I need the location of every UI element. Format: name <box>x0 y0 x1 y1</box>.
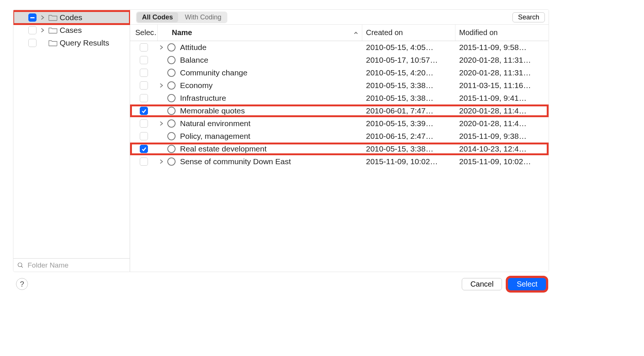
table-row[interactable]: Community change2010-05-15, 4:20…2020-01… <box>130 66 549 79</box>
help-button[interactable]: ? <box>16 278 28 290</box>
row-created: 2015-11-09, 10:02… <box>362 157 455 166</box>
row-modified: 2014-10-23, 12:4… <box>455 144 549 153</box>
col-name[interactable]: Name <box>158 25 362 41</box>
chevron-right-icon[interactable] <box>158 83 165 88</box>
row-checkbox[interactable] <box>140 119 148 128</box>
row-checkbox[interactable] <box>140 69 148 77</box>
row-created: 2010-06-15, 2:47… <box>362 132 455 141</box>
row-created: 2010-05-15, 3:38… <box>362 144 455 153</box>
table-body: Attitude2010-05-15, 4:05…2015-11-09, 9:5… <box>130 41 549 272</box>
row-created: 2010-05-15, 3:38… <box>362 81 455 90</box>
row-name: Natural environment <box>180 119 250 128</box>
row-name: Policy, management <box>180 132 250 141</box>
row-checkbox[interactable] <box>140 157 148 166</box>
sidebar-checkbox[interactable] <box>28 13 37 22</box>
row-checkbox[interactable] <box>140 94 148 102</box>
chevron-right-icon[interactable] <box>158 45 165 50</box>
row-modified: 2015-11-09, 9:58… <box>455 43 549 52</box>
chevron-right-icon[interactable] <box>158 159 165 164</box>
seg-with-coding[interactable]: With Coding <box>180 12 227 22</box>
node-icon <box>167 43 176 51</box>
sidebar-search <box>13 258 130 272</box>
search-button[interactable]: Search <box>512 12 545 22</box>
row-name: Infrastructure <box>180 94 226 103</box>
col-name-label: Name <box>172 28 192 37</box>
select-button[interactable]: Select <box>508 278 546 290</box>
sidebar: CodesCasesQuery Results <box>13 10 130 272</box>
row-name: Economy <box>180 81 213 90</box>
col-created[interactable]: Created on <box>362 25 455 41</box>
folder-name-input[interactable] <box>27 261 126 270</box>
row-created: 2010-05-17, 10:57… <box>362 56 455 65</box>
row-modified: 2015-11-09, 9:38… <box>455 132 549 141</box>
sidebar-item-query-results[interactable]: Query Results <box>13 37 130 49</box>
toolbar: All Codes With Coding Search <box>130 10 549 25</box>
node-icon <box>167 94 176 102</box>
node-icon <box>167 107 176 115</box>
row-modified: 2015-11-09, 10:02… <box>455 157 549 166</box>
folder-icon <box>48 14 57 21</box>
row-modified: 2015-11-09, 9:41… <box>455 94 549 103</box>
sidebar-checkbox[interactable] <box>28 26 37 34</box>
col-modified[interactable]: Modified on <box>455 25 549 41</box>
cancel-button[interactable]: Cancel <box>462 278 502 290</box>
chevron-right-icon[interactable] <box>39 15 46 20</box>
search-icon <box>17 262 24 269</box>
row-name: Sense of community Down East <box>180 157 291 166</box>
sort-asc-icon <box>354 28 358 37</box>
node-icon <box>167 56 176 64</box>
table-row[interactable]: Attitude2010-05-15, 4:05…2015-11-09, 9:5… <box>130 41 549 54</box>
chevron-right-icon[interactable] <box>158 121 165 126</box>
row-created: 2010-05-15, 4:05… <box>362 43 455 52</box>
row-checkbox[interactable] <box>140 107 148 115</box>
row-checkbox[interactable] <box>140 43 148 51</box>
row-name: Balance <box>180 56 208 65</box>
row-checkbox[interactable] <box>140 56 148 64</box>
row-created: 2010-06-01, 7:47… <box>362 106 455 115</box>
row-checkbox[interactable] <box>140 81 148 90</box>
row-name: Memorable quotes <box>180 106 245 115</box>
row-modified: 2020-01-28, 11:4… <box>455 119 549 128</box>
table-row[interactable]: Infrastructure2010-05-15, 3:38…2015-11-0… <box>130 92 549 104</box>
chevron-right-icon[interactable] <box>39 28 46 33</box>
sidebar-item-label: Codes <box>60 13 82 22</box>
svg-line-1 <box>21 266 23 268</box>
row-name: Attitude <box>180 43 206 52</box>
sidebar-item-label: Query Results <box>60 38 109 47</box>
row-created: 2010-05-15, 3:39… <box>362 119 455 128</box>
node-icon <box>167 157 176 166</box>
table-row[interactable]: Policy, management2010-06-15, 2:47…2015-… <box>130 130 549 143</box>
table-row[interactable]: Balance2010-05-17, 10:57…2020-01-28, 11:… <box>130 54 549 66</box>
node-icon <box>167 145 176 153</box>
node-icon <box>167 132 176 140</box>
sidebar-item-label: Cases <box>60 26 82 35</box>
sidebar-checkbox[interactable] <box>28 39 37 47</box>
row-name: Community change <box>180 68 247 77</box>
table-row[interactable]: Sense of community Down East2015-11-09, … <box>130 155 549 168</box>
table-row[interactable]: Memorable quotes2010-06-01, 7:47…2020-01… <box>130 104 549 117</box>
table-row[interactable]: Economy2010-05-15, 3:38…2011-03-15, 11:1… <box>130 79 549 92</box>
main-panel: All Codes With Coding Search Selec… Name… <box>130 10 549 272</box>
seg-all-codes[interactable]: All Codes <box>137 12 178 22</box>
row-modified: 2020-01-28, 11:4… <box>455 106 549 115</box>
node-icon <box>167 81 176 90</box>
row-created: 2010-05-15, 4:20… <box>362 68 455 77</box>
col-select[interactable]: Selec… <box>130 25 158 41</box>
node-icon <box>167 119 176 128</box>
sidebar-item-codes[interactable]: Codes <box>13 11 130 24</box>
sidebar-tree: CodesCasesQuery Results <box>13 10 130 258</box>
sidebar-item-cases[interactable]: Cases <box>13 24 130 37</box>
node-icon <box>167 69 176 77</box>
table-row[interactable]: Real estate development2010-05-15, 3:38…… <box>130 143 549 155</box>
table-header: Selec… Name Created on Modified on <box>130 25 549 41</box>
folder-icon <box>48 40 57 46</box>
row-name: Real estate development <box>180 144 266 153</box>
svg-point-0 <box>18 263 22 267</box>
row-modified: 2020-01-28, 11:31… <box>455 68 549 77</box>
row-checkbox[interactable] <box>140 132 148 140</box>
row-modified: 2011-03-15, 11:16… <box>455 81 549 90</box>
table-row[interactable]: Natural environment2010-05-15, 3:39…2020… <box>130 117 549 130</box>
row-checkbox[interactable] <box>140 145 148 153</box>
folder-icon <box>48 27 57 34</box>
dialog-footer: ? Cancel Select <box>13 272 549 296</box>
